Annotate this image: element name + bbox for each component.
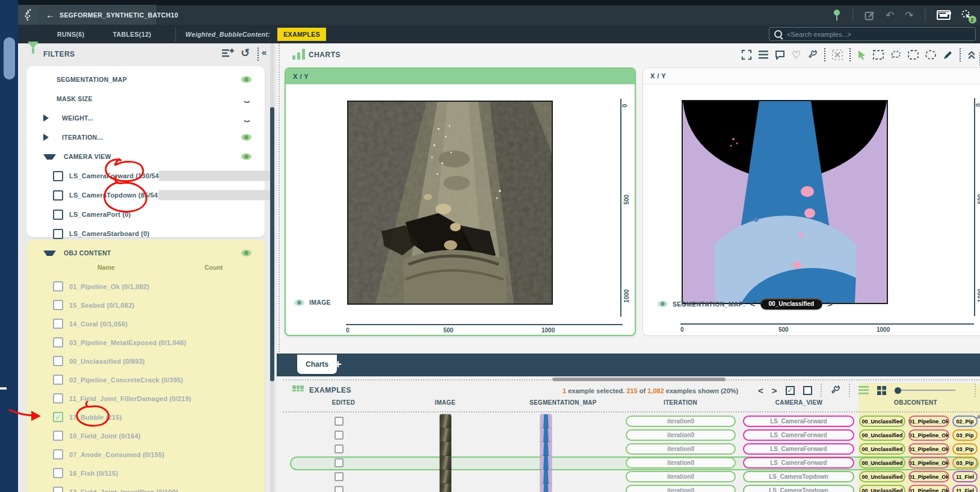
column-header[interactable]: EDITED	[332, 399, 355, 406]
camera-view-pill[interactable]: LS_CameraForward	[743, 416, 854, 427]
objcontent-pill[interactable]: 00_Unclassified	[859, 443, 905, 455]
objcontent-pill[interactable]: 00_Unclassified	[859, 429, 905, 441]
grid-view-toggle[interactable]	[877, 386, 886, 395]
objcontent-option-row[interactable]: ✓ 03_Pipeline_MetalExposed (0/1,048)	[26, 333, 265, 352]
checkbox[interactable]	[53, 229, 63, 239]
ellipse-select-icon[interactable]	[925, 50, 936, 60]
undo-icon[interactable]: ↶	[886, 10, 894, 20]
objcontent-header-row[interactable]: OBJ CONTENT	[26, 244, 265, 261]
filter-row[interactable]: WEIGHT...	[26, 108, 265, 128]
objcontent-pill[interactable]: 00_Unclassified	[859, 416, 905, 427]
objcontent-pill[interactable]: 03_Pip	[952, 457, 978, 469]
objcontent-option-row[interactable]: ✓ 00_Unclassified (0/893)	[26, 352, 265, 370]
objcontent-pill[interactable]: 01_Pipeline_Ok	[908, 485, 949, 492]
column-header[interactable]: CAMERA_VIEW	[775, 399, 822, 406]
pen-icon[interactable]	[943, 50, 953, 60]
slider-track[interactable]	[901, 390, 955, 391]
objcontent-pill[interactable]: 02_Pip	[952, 416, 978, 427]
table-row[interactable]: iteration0 LS_CameraTopdown 00_Unclassif…	[277, 470, 980, 484]
filter-row[interactable]: CAMERA VIEW	[26, 147, 265, 166]
caret-icon[interactable]	[43, 134, 54, 141]
eye-icon[interactable]	[241, 250, 251, 257]
iteration-pill[interactable]: iteration0	[626, 443, 736, 455]
row-checkbox[interactable]	[334, 486, 344, 492]
image-thumbnail[interactable]	[440, 484, 451, 492]
list-view-icon[interactable]	[759, 51, 768, 59]
camera-view-pill[interactable]: LS_CameraForward	[743, 457, 854, 469]
rail-scrollbar-thumb[interactable]	[4, 37, 15, 79]
column-header[interactable]: SEGMENTATION_MAP	[529, 399, 597, 406]
checkbox[interactable]	[53, 190, 63, 201]
expand-icon[interactable]	[741, 49, 752, 60]
objcontent-option-row[interactable]: ✓ 17_Bubble (215)	[26, 408, 265, 426]
filter-row[interactable]: MASK SIZE	[26, 89, 265, 108]
checkbox[interactable]: ✓	[53, 487, 63, 492]
objcontent-pill[interactable]: 00_Unclassified	[859, 471, 905, 482]
iteration-pill[interactable]: iteration0	[626, 457, 736, 469]
image-thumbnail[interactable]	[440, 442, 451, 457]
objcontent-option-row[interactable]: ✓ 12_Field_Joint_InnerWrap (0/100)	[26, 482, 265, 492]
segmentation-thumbnail[interactable]	[540, 442, 552, 457]
objcontent-pill[interactable]: 00_Unclassified	[859, 457, 905, 469]
objcontent-pill[interactable]: 01_Pipeline_Ok	[908, 443, 949, 455]
row-checkbox[interactable]	[334, 417, 344, 426]
table-row[interactable]: iteration0 LS_CameraTopdown 00_Unclassif…	[277, 484, 980, 492]
iteration-pill[interactable]: iteration0	[626, 429, 736, 441]
filters-scrollbar-thumb[interactable]	[270, 107, 274, 381]
layer-eye-icon[interactable]	[294, 299, 304, 306]
segmentation-map-image[interactable]	[682, 100, 888, 304]
chart-header[interactable]: X / Y	[286, 69, 635, 84]
back-arrow-icon[interactable]: ←	[46, 10, 55, 19]
select-all-checkbox[interactable]: ✓	[786, 386, 795, 395]
objcontent-option-row[interactable]: ✓ 10_Field_Joint (0/164)	[26, 426, 265, 445]
image-thumbnail[interactable]	[440, 414, 451, 429]
iteration-pill[interactable]: iteration0	[626, 471, 736, 482]
camera-option-row[interactable]: LS_CameraTopdown (85/541)	[26, 185, 265, 205]
checkbox[interactable]: ✓	[53, 281, 63, 291]
deselect-checkbox[interactable]	[803, 386, 812, 395]
objcontent-pill[interactable]: 01_Pipeline_Ok	[908, 457, 949, 469]
slider-handle[interactable]	[895, 387, 901, 394]
eye-icon[interactable]	[241, 134, 251, 141]
checkbox[interactable]: ✓	[53, 431, 63, 441]
checkbox[interactable]: ✓	[53, 337, 63, 347]
image-thumbnail[interactable]	[440, 470, 451, 485]
caret-icon[interactable]	[43, 154, 56, 160]
dataset-title-tab[interactable]: ← SEGFORMER_SYNTHETIC_BATCH10	[39, 5, 156, 25]
checkbox[interactable]: ✓	[53, 356, 63, 366]
row-checkbox[interactable]	[334, 444, 344, 453]
cursor-select-icon[interactable]	[857, 50, 866, 60]
filter-row[interactable]: SEGMENTATION_MAP	[26, 70, 265, 89]
camera-view-pill[interactable]: LS_CameraForward	[743, 429, 854, 441]
objcontent-option-row[interactable]: ✓ 11_Field_Joint_FillerDamaged (0/219)	[26, 389, 265, 408]
reset-filters-icon[interactable]: ↺	[241, 46, 250, 60]
objcontent-pill[interactable]: 01_Pipeline_Ok	[908, 471, 949, 482]
tab-charts[interactable]: Charts	[297, 355, 337, 374]
checkbox[interactable]: ✓	[53, 449, 63, 459]
column-header[interactable]: ITERATION	[664, 399, 697, 406]
keyboard-shortcuts-icon[interactable]	[937, 10, 951, 20]
iteration-pill[interactable]: iteration0	[626, 485, 736, 492]
redo-icon[interactable]: ↷	[905, 10, 913, 20]
objcontent-option-row[interactable]: ✓ 07_Anode_Consumed (0/155)	[26, 445, 265, 464]
add-filter-icon[interactable]	[221, 48, 235, 59]
objcontent-pill[interactable]: 01_Pipeline_Ok	[908, 429, 949, 441]
segmentation-thumbnail[interactable]	[540, 470, 552, 485]
edit-icon[interactable]	[864, 10, 875, 20]
objcontent-pill[interactable]: 00_Unclassified	[859, 485, 905, 492]
objcontent-option-row[interactable]: ✓ 14_Coral (0/1,056)	[26, 314, 265, 333]
camera-view-pill[interactable]: LS_CameraTopdown	[743, 471, 854, 482]
camera-view-pill[interactable]: LS_CameraForward	[743, 443, 854, 455]
labeling-tool-icon[interactable]: 2	[961, 10, 972, 20]
collapse-charts-icon[interactable]	[967, 51, 976, 60]
next-class-icon[interactable]: >	[827, 299, 833, 309]
checkbox[interactable]: ✓	[53, 412, 63, 422]
row-checkbox[interactable]	[334, 431, 344, 440]
eye-icon[interactable]	[241, 76, 251, 83]
segmentation-thumbnail[interactable]	[540, 456, 552, 471]
column-header[interactable]: IMAGE	[435, 399, 455, 406]
row-checkbox[interactable]	[334, 458, 344, 467]
table-row[interactable]: iteration0 LS_CameraForward 00_Unclassif…	[277, 443, 980, 456]
segmentation-thumbnail[interactable]	[540, 484, 552, 492]
tab-tables[interactable]: TABLES(12)	[112, 31, 151, 38]
